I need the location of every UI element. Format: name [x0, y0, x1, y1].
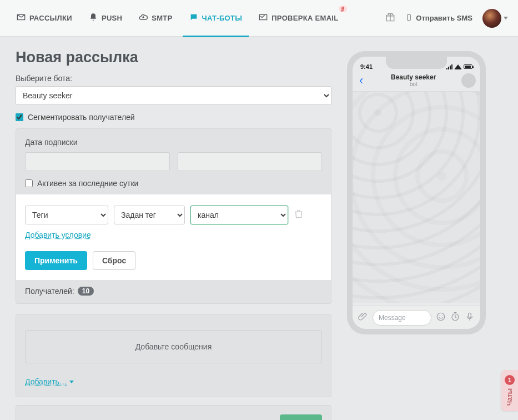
chat-widget[interactable]: 1 Чаты [501, 370, 518, 411]
envelope-icon [17, 13, 26, 23]
reset-button[interactable]: Сброс [93, 251, 135, 270]
nav-tab-smtp[interactable]: SMTP [132, 0, 179, 37]
timer-icon[interactable] [450, 312, 460, 324]
trash-icon[interactable] [294, 209, 304, 221]
actions-bar: Тестовая рассылка Сохранить Далее [16, 405, 331, 420]
segment-checkbox[interactable] [16, 113, 23, 121]
page-title: Новая рассылка [16, 49, 331, 66]
subscribe-date-label: Дата подписки [25, 138, 322, 147]
back-icon[interactable]: ‹ [357, 73, 365, 88]
top-nav: РАССЫЛКИ PUSH SMTP ЧАТ-БОТЫ ПРОВЕРКА EMA… [0, 0, 518, 37]
add-message-link[interactable]: Добавить… [25, 377, 74, 386]
svg-rect-0 [408, 14, 410, 21]
svg-rect-3 [469, 313, 471, 318]
wifi-icon [454, 64, 462, 69]
save-button[interactable]: Сохранить [222, 414, 280, 420]
phone-time: 9:41 [360, 63, 373, 70]
chat-widget-count: 1 [505, 375, 515, 385]
segment-checkbox-row[interactable]: Сегментировать получателей [16, 113, 331, 122]
filter-value-select[interactable]: канал [190, 206, 288, 224]
bot-select[interactable]: Beauty seeker [16, 86, 331, 105]
nav-label: SMTP [152, 14, 172, 22]
nav-right: Отправить SMS [385, 9, 508, 28]
add-condition-link[interactable]: Добавить условие [25, 231, 91, 239]
filter-operator-select[interactable]: Задан тег [114, 206, 185, 224]
chat-input-row: Message [353, 306, 480, 329]
date-to-input[interactable] [178, 152, 323, 171]
nav-tab-push[interactable]: PUSH [82, 0, 129, 37]
nav-tab-campaigns[interactable]: РАССЫЛКИ [10, 0, 79, 37]
next-button[interactable]: Далее [280, 414, 322, 420]
signal-icon [446, 64, 452, 69]
gift-icon[interactable] [385, 12, 395, 24]
phone-icon [405, 14, 413, 23]
send-sms-link[interactable]: Отправить SMS [405, 14, 472, 23]
filter-row: Теги Задан тег канал [25, 206, 322, 224]
nav-label: ПРОВЕРКА EMAIL [271, 14, 338, 22]
nav-tab-chatbots[interactable]: ЧАТ-БОТЫ [183, 0, 249, 37]
messages-placeholder: Добавьте сообщения [135, 342, 212, 351]
sticker-icon[interactable] [436, 312, 446, 324]
segment-checkbox-label: Сегментировать получателей [28, 113, 135, 122]
nav-tabs: РАССЫЛКИ PUSH SMTP ЧАТ-БОТЫ ПРОВЕРКА EMA… [10, 0, 345, 37]
active-last-day-checkbox[interactable] [25, 179, 33, 187]
add-message-label: Добавить… [25, 377, 67, 386]
chat-avatar [461, 73, 476, 88]
bell-icon [89, 13, 98, 23]
cloud-icon [139, 13, 148, 23]
apply-button[interactable]: Применить [25, 251, 87, 270]
chat-widget-label: Чаты [506, 388, 514, 406]
messages-dropzone[interactable]: Добавьте сообщения [25, 330, 322, 363]
user-menu[interactable] [482, 9, 508, 28]
nav-label: PUSH [102, 14, 122, 22]
select-bot-label: Выберите бота: [16, 74, 331, 83]
segment-panel: Дата подписки Активен за последние сутки… [16, 128, 331, 304]
date-from-input[interactable] [25, 152, 170, 171]
phone-notch [386, 57, 447, 69]
recipients-label: Получателей: [25, 287, 74, 296]
messages-card: Добавьте сообщения Добавить… [16, 314, 331, 397]
filter-field-select[interactable]: Теги [25, 206, 108, 224]
chat-input-placeholder: Message [379, 314, 406, 322]
chatbot-icon [189, 13, 198, 23]
chat-header: ‹ Beauty seeker bot [353, 73, 480, 92]
phone-preview: 9:41 ‹ Beauty seeker bot [347, 51, 486, 334]
chevron-down-icon [504, 17, 508, 19]
chat-body [353, 92, 480, 303]
attach-icon[interactable] [358, 312, 368, 324]
chat-message-input[interactable]: Message [373, 310, 431, 326]
nav-label: РАССЫЛКИ [29, 14, 72, 22]
chat-title: Beauty seeker [370, 74, 457, 81]
chevron-down-icon [69, 381, 74, 383]
send-sms-label: Отправить SMS [416, 14, 472, 22]
active-last-day-row[interactable]: Активен за последние сутки [25, 179, 322, 188]
check-mail-icon [259, 13, 268, 23]
active-last-day-label: Активен за последние сутки [37, 179, 138, 188]
avatar [482, 9, 501, 28]
recipients-count: 10 [78, 287, 94, 296]
nav-label: ЧАТ-БОТЫ [202, 14, 243, 22]
recipients-footer: Получателей: 10 [16, 280, 331, 303]
chat-subtitle: bot [370, 81, 457, 87]
battery-icon [464, 64, 472, 69]
mic-icon[interactable] [465, 312, 475, 324]
nav-tab-email-check[interactable]: ПРОВЕРКА EMAIL β [252, 0, 345, 37]
svg-point-1 [437, 313, 445, 321]
beta-badge: β [339, 6, 348, 12]
